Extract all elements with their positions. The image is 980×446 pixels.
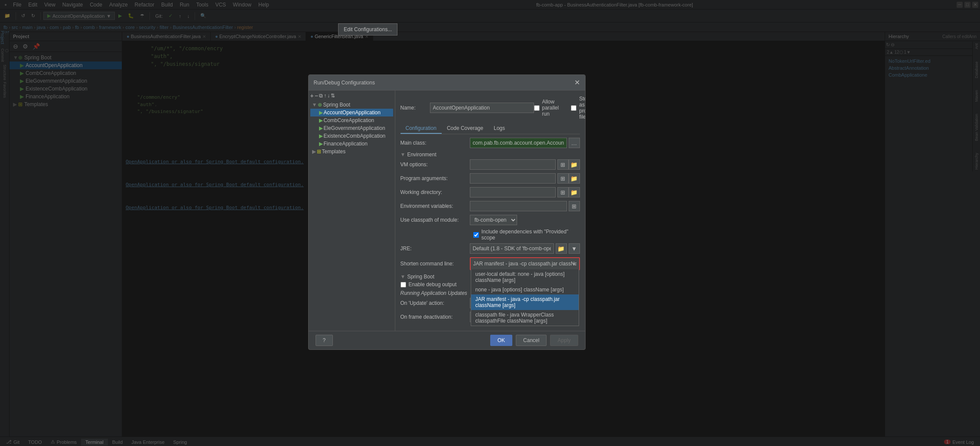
program-args-row: Program arguments: ⊞ 📁	[400, 173, 580, 184]
vm-folder-btn[interactable]: 📁	[569, 159, 580, 170]
modal-tree-finance[interactable]: ▶ FinanceApplication	[310, 140, 393, 148]
modal-templates-label: Templates	[322, 149, 346, 155]
modal-move-dn-btn[interactable]: ↓	[327, 92, 330, 99]
modal-remove-btn[interactable]: −	[315, 92, 318, 99]
shorten-wrapper: user-local default: none - java [options…	[470, 257, 580, 270]
modal-existence-label: ExistenceCombApplication	[324, 133, 386, 139]
modal-close-button[interactable]: ✕	[574, 78, 580, 87]
modal-run-icon-2: ▶	[319, 117, 323, 123]
allow-parallel-label: Allow parallel run	[534, 99, 559, 117]
modal-tree-springboot[interactable]: ▼ ⊕ Spring Boot	[310, 101, 393, 109]
run-debug-modal: Run/Debug Configurations ✕ + − ⧉ ↑ ↓ ⇅ ▼…	[308, 74, 586, 350]
shorten-select[interactable]: user-local default: none - java [options…	[471, 258, 579, 269]
store-project-checkbox[interactable]	[571, 105, 576, 111]
modal-run-icon-3: ▶	[319, 125, 323, 131]
env-vars-label: Environment variables:	[400, 203, 470, 209]
main-class-row: Main class: …	[400, 138, 580, 148]
working-dir-row: Working directory: ⊞ 📁	[400, 187, 580, 197]
modal-tree-account[interactable]: ▶ AccountOpenApplication	[310, 109, 393, 116]
environment-section[interactable]: ▼ Environment	[400, 152, 580, 158]
springboot-triangle-icon: ▼	[400, 274, 406, 280]
modal-move-up-btn[interactable]: ↑	[324, 92, 326, 99]
shorten-option-3[interactable]: JAR manifest - java -cp classpath.jar cl…	[471, 294, 579, 310]
workdir-browse-btn[interactable]: 📁	[569, 187, 580, 197]
classpath-label: Use classpath of module:	[400, 217, 470, 223]
modal-run-icon-5: ▶	[319, 141, 323, 147]
modal-springboot-label: Spring Boot	[323, 102, 350, 108]
working-dir-input[interactable]	[470, 187, 556, 197]
tab-configuration[interactable]: Configuration	[400, 123, 442, 134]
shorten-option-2[interactable]: none - java [options] className [args]	[471, 285, 579, 294]
main-class-input[interactable]	[470, 138, 567, 148]
modal-title-bar: Run/Debug Configurations ✕	[309, 75, 585, 90]
env-vars-row: Environment variables: ⊞	[400, 201, 580, 211]
env-edit-btn[interactable]: ⊞	[569, 201, 580, 211]
edit-configurations-popup[interactable]: Edit Configurations...	[338, 23, 397, 36]
include-deps-checkbox[interactable]	[473, 232, 479, 238]
modal-comb-label: CombCoreApplication	[324, 117, 374, 123]
modal-ele-label: EleGovernmentApplication	[324, 125, 385, 131]
tab-logs[interactable]: Logs	[488, 123, 510, 134]
allow-parallel-checkbox[interactable]	[534, 105, 540, 111]
name-row: Name: Allow parallel run Store as projec…	[400, 96, 580, 120]
name-input[interactable]	[430, 103, 534, 113]
env-vars-input[interactable]	[470, 201, 567, 211]
on-frame-label: On frame deactivation:	[400, 314, 470, 320]
modal-template-icon: ⊞	[317, 149, 321, 155]
spring-boot-section-label: Spring Boot	[407, 274, 434, 280]
name-label: Name:	[400, 105, 427, 111]
jre-label: JRE:	[400, 246, 470, 252]
modal-tree-expand: ▼	[312, 102, 317, 108]
main-class-label: Main class:	[400, 140, 470, 146]
vm-expand-btn[interactable]: ⊞	[557, 159, 569, 170]
modal-run-icon: ▶	[319, 110, 323, 116]
modal-finance-label: FinanceApplication	[324, 141, 368, 147]
modal-tree-templates[interactable]: ▶ ⊞ Templates	[310, 148, 393, 155]
vm-options-input[interactable]	[470, 159, 556, 170]
modal-footer: ? OK Cancel Apply	[309, 331, 585, 349]
enable-debug-checkbox[interactable]	[400, 282, 406, 288]
workdir-expand-btn[interactable]: ⊞	[557, 187, 569, 197]
jre-row: JRE: 📁 ▼	[400, 243, 580, 254]
include-deps-row: Include dependencies with "Provided" sco…	[473, 229, 580, 241]
modal-tree-comb[interactable]: ▶ CombCoreApplication	[310, 116, 393, 124]
modal-tree-existence[interactable]: ▶ ExistenceCombApplication	[310, 132, 393, 140]
modal-account-label: AccountOpenApplication	[324, 110, 381, 116]
modal-run-icon-4: ▶	[319, 133, 323, 139]
modal-sort-btn[interactable]: ⇅	[331, 92, 335, 99]
tab-code-coverage[interactable]: Code Coverage	[442, 123, 488, 134]
args-expand-btn[interactable]: ⊞	[557, 173, 569, 184]
shorten-row: Shorten command line: user-local default…	[400, 257, 580, 270]
ok-button[interactable]: OK	[490, 335, 512, 346]
modal-config-area: Name: Allow parallel run Store as projec…	[395, 90, 585, 331]
modal-add-btn[interactable]: +	[310, 92, 314, 99]
classpath-row: Use classpath of module: fb-comb-open	[400, 215, 580, 225]
enable-debug-label: Enable debug output	[409, 281, 457, 288]
environment-label: Environment	[407, 152, 436, 158]
include-deps-label: Include dependencies with "Provided" sco…	[482, 229, 580, 241]
program-args-label: Program arguments:	[400, 175, 470, 181]
main-class-browse-btn[interactable]: …	[569, 138, 580, 148]
apply-button[interactable]: Apply	[550, 335, 578, 346]
modal-body: + − ⧉ ↑ ↓ ⇅ ▼ ⊕ Spring Boot ▶ AccountOpe…	[309, 90, 585, 331]
modal-templates-expand: ▶	[312, 149, 316, 155]
modal-overlay: Run/Debug Configurations ✕ + − ⧉ ↑ ↓ ⇅ ▼…	[0, 0, 980, 446]
shorten-option-4[interactable]: classpath file - java WrapperClass class…	[471, 310, 579, 326]
shorten-option-1[interactable]: user-local default: none - java [options…	[471, 269, 579, 285]
modal-tree-ele[interactable]: ▶ EleGovernmentApplication	[310, 124, 393, 132]
modal-copy-btn[interactable]: ⧉	[319, 92, 323, 99]
shorten-label: Shorten command line:	[400, 261, 470, 267]
help-button[interactable]: ?	[316, 335, 333, 346]
classpath-select[interactable]: fb-comb-open	[470, 215, 517, 225]
store-project-label: Store as project file	[571, 96, 585, 120]
jre-input[interactable]	[470, 243, 554, 254]
program-args-input[interactable]	[470, 173, 556, 184]
jre-folder-btn[interactable]: 📁	[556, 243, 567, 254]
jre-dropdown-btn[interactable]: ▼	[569, 243, 580, 254]
modal-title: Run/Debug Configurations	[314, 80, 375, 86]
cancel-button[interactable]: Cancel	[516, 335, 547, 346]
args-folder-btn[interactable]: 📁	[569, 173, 580, 184]
env-triangle-icon: ▼	[400, 152, 406, 158]
vm-options-label: VM options:	[400, 162, 470, 168]
modal-tree-toolbar: + − ⧉ ↑ ↓ ⇅	[310, 92, 393, 99]
